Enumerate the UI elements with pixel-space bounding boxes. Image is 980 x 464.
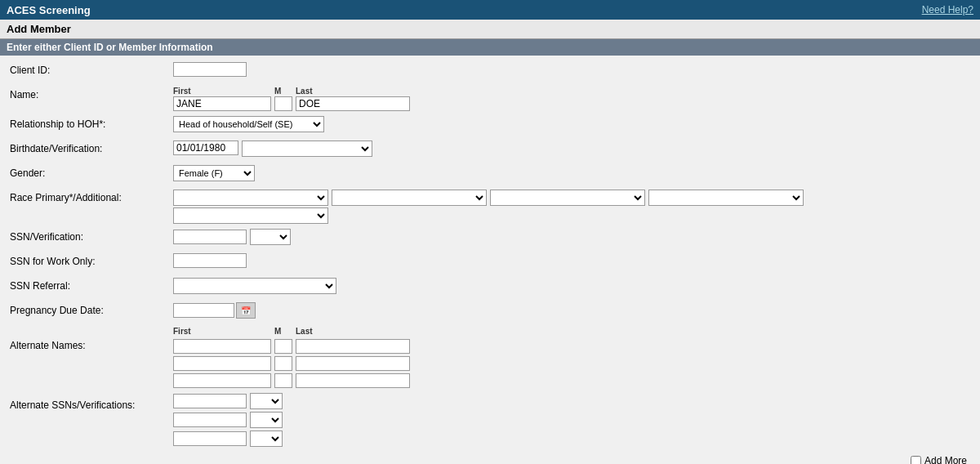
ssn-work-label: SSN for Work Only: <box>10 253 173 267</box>
ssn-referral-fields: Referral Option 1 Referral Option 2 <box>173 278 970 294</box>
alt-name-first-header: First <box>173 327 271 336</box>
pregnancy-fields: 📅 <box>173 302 970 319</box>
pregnancy-input[interactable] <box>173 303 234 318</box>
alt-name-first-2[interactable] <box>173 356 271 371</box>
relationship-label: Relationship to HOH*: <box>10 116 173 130</box>
alt-ssn-row-1: V U <box>173 393 283 409</box>
alt-ssn-row-3: V U <box>173 431 283 447</box>
name-row: Name: First M Last <box>10 87 970 111</box>
gender-label: Gender: <box>10 165 173 179</box>
relationship-fields: Head of household/Self (SE) Spouse Child… <box>173 116 970 132</box>
alt-name-first-3[interactable] <box>173 373 271 388</box>
ssn-referral-row: SSN Referral: Referral Option 1 Referral… <box>10 278 970 297</box>
alt-name-last-3[interactable] <box>296 373 410 388</box>
sub-header: Add Member <box>0 20 980 39</box>
birthdate-fields: Verified Unverified Alleged <box>173 141 970 157</box>
race-select-4[interactable]: American Indian Asian Black Native Hawai… <box>648 190 804 206</box>
client-id-label: Client ID: <box>10 62 173 76</box>
add-more-label: Add More <box>924 455 967 464</box>
sub-header-title: Add Member <box>7 23 71 35</box>
race-select-2[interactable]: American Indian Asian Black Native Hawai… <box>332 190 487 206</box>
alt-ssns-fields: V U V U V U <box>173 393 970 447</box>
relationship-select[interactable]: Head of household/Self (SE) Spouse Child… <box>173 116 324 132</box>
alt-names-row: Alternate Names: First M Last <box>10 327 970 388</box>
birthdate-row: Birthdate/Verification: Verified Unverif… <box>10 141 970 160</box>
name-label: Name: <box>10 87 173 100</box>
gender-fields: Female (F) Male (M) Unknown (U) <box>173 165 970 181</box>
name-last-input[interactable] <box>296 96 410 111</box>
birthdate-label: Birthdate/Verification: <box>10 141 173 154</box>
ssn-input[interactable] <box>173 230 247 244</box>
alt-name-last-1[interactable] <box>296 339 410 354</box>
name-first-input[interactable] <box>173 96 271 111</box>
alt-ssn-input-3[interactable] <box>173 431 247 446</box>
alt-name-row-1 <box>173 339 410 354</box>
ssn-referral-select[interactable]: Referral Option 1 Referral Option 2 <box>173 278 336 294</box>
race-fields: American Indian Asian Black Native Hawai… <box>173 190 970 224</box>
gender-select[interactable]: Female (F) Male (M) Unknown (U) <box>173 165 255 181</box>
ssn-referral-label: SSN Referral: <box>10 278 173 292</box>
client-id-input[interactable] <box>173 62 247 77</box>
alt-ssn-verification-1[interactable]: V U <box>250 393 283 409</box>
race-select-3[interactable]: American Indian Asian Black Native Hawai… <box>490 190 645 206</box>
client-id-row: Client ID: <box>10 62 970 82</box>
header-bar: ACES Screening Need Help? <box>0 0 980 20</box>
calendar-button[interactable]: 📅 <box>236 302 256 319</box>
birthdate-input[interactable] <box>173 141 238 155</box>
pregnancy-row: Pregnancy Due Date: 📅 <box>10 302 970 322</box>
alt-ssn-verification-2[interactable]: V U <box>250 412 283 428</box>
alt-name-mi-1[interactable] <box>274 339 292 354</box>
alt-name-row-2 <box>173 356 410 371</box>
alt-ssn-input-1[interactable] <box>173 394 247 408</box>
name-mi-input[interactable] <box>274 96 292 111</box>
alt-names-fields: First M Last <box>173 327 970 388</box>
name-last-header: Last <box>296 87 410 96</box>
race-select-5[interactable]: American Indian Asian Black Native Hawai… <box>173 207 328 224</box>
birthdate-verification-select[interactable]: Verified Unverified Alleged <box>242 141 372 157</box>
race-row: Race Primary*/Additional: American India… <box>10 190 970 224</box>
alt-ssns-label: Alternate SSNs/Verifications: <box>10 393 173 411</box>
alt-name-first-1[interactable] <box>173 339 271 354</box>
name-first-header: First <box>173 87 271 96</box>
alt-ssn-verification-3[interactable]: V U <box>250 431 283 447</box>
alt-name-mi-3[interactable] <box>274 373 292 388</box>
add-more-row: Add More <box>10 452 970 464</box>
pregnancy-label: Pregnancy Due Date: <box>10 302 173 316</box>
alt-name-row-3 <box>173 373 410 388</box>
alt-name-mi-2[interactable] <box>274 356 292 371</box>
alt-names-label: Alternate Names: <box>10 327 173 351</box>
ssn-label: SSN/Verification: <box>10 229 173 243</box>
alt-name-last-2[interactable] <box>296 356 410 371</box>
name-fields: First M Last <box>173 87 970 111</box>
help-link[interactable]: Need Help? <box>922 4 973 16</box>
ssn-work-input[interactable] <box>173 253 247 268</box>
main-content: Client ID: Name: First M Last Re <box>0 56 980 464</box>
ssn-fields: V U A <box>173 229 970 245</box>
ssn-row: SSN/Verification: V U A <box>10 229 970 248</box>
section-header-text: Enter either Client ID or Member Informa… <box>7 42 213 53</box>
alt-name-mi-header: M <box>274 327 292 336</box>
relationship-row: Relationship to HOH*: Head of household/… <box>10 116 970 136</box>
section-header: Enter either Client ID or Member Informa… <box>0 39 980 56</box>
race-label: Race Primary*/Additional: <box>10 190 173 203</box>
name-mi-header: M <box>274 87 292 96</box>
ssn-work-row: SSN for Work Only: <box>10 253 970 273</box>
ssn-work-fields <box>173 253 970 268</box>
alt-name-last-header: Last <box>296 327 410 336</box>
alt-ssns-row: Alternate SSNs/Verifications: V U V <box>10 393 970 447</box>
gender-row: Gender: Female (F) Male (M) Unknown (U) <box>10 165 970 185</box>
alt-ssn-row-2: V U <box>173 412 283 428</box>
add-more-checkbox[interactable] <box>911 456 921 465</box>
client-id-fields <box>173 62 970 77</box>
app-title: ACES Screening <box>7 4 91 16</box>
alt-ssn-input-2[interactable] <box>173 413 247 427</box>
race-select-1[interactable]: American Indian Asian Black Native Hawai… <box>173 190 328 206</box>
ssn-verification-select[interactable]: V U A <box>250 229 291 245</box>
